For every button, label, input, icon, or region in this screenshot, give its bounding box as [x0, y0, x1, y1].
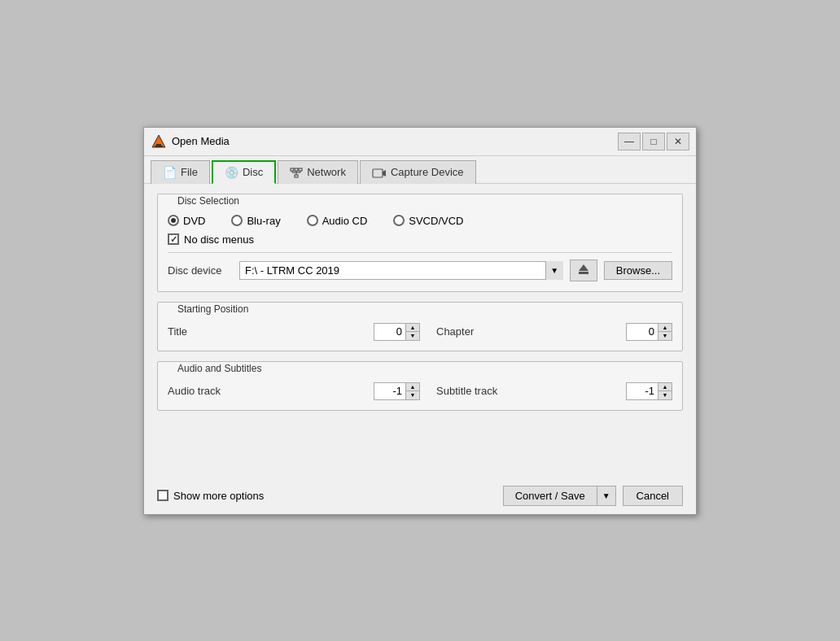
tab-file[interactable]: 📄 File — [151, 160, 210, 184]
subtitle-track-label: Subtitle track — [420, 385, 626, 397]
chapter-spinbox-arrows — [658, 324, 672, 340]
bluray-label: Blu-ray — [247, 215, 280, 227]
audio-track-spinbox[interactable] — [374, 382, 420, 400]
convert-save-wrapper: Convert / Save ▼ — [503, 486, 616, 506]
window-title: Open Media — [172, 135, 618, 147]
convert-save-button[interactable]: Convert / Save — [503, 486, 597, 506]
subtitle-track-spin-up[interactable] — [658, 383, 672, 391]
audio-track-spin-down[interactable] — [406, 391, 419, 399]
svcd-radio[interactable]: SVCD/VCD — [393, 215, 463, 227]
chapter-input[interactable] — [627, 324, 658, 340]
tab-network[interactable]: Network — [278, 160, 358, 184]
svg-rect-2 — [155, 146, 163, 147]
subtitle-track-arrows — [658, 383, 672, 399]
no-disc-menus-row[interactable]: ✓ No disc menus — [168, 233, 672, 246]
show-more-row[interactable]: Show more options — [157, 490, 264, 502]
tab-disc-label: Disc — [243, 166, 263, 178]
title-input[interactable] — [374, 324, 405, 340]
capture-tab-icon — [372, 165, 387, 178]
audiocd-radio-circle — [307, 215, 318, 226]
file-tab-icon: 📄 — [163, 166, 177, 179]
subtitle-track-input[interactable] — [627, 383, 658, 399]
tab-disc[interactable]: 💿 Disc — [212, 160, 276, 184]
audio-track-spin-up[interactable] — [406, 383, 419, 391]
audio-track-input[interactable] — [374, 383, 405, 399]
tab-network-label: Network — [307, 166, 346, 178]
tab-content: Disc Selection DVD Blu-ray Audio CD SV — [144, 184, 696, 479]
bluray-radio-circle — [231, 215, 243, 226]
vlc-icon — [151, 133, 167, 150]
dvd-radio[interactable]: DVD — [168, 215, 205, 227]
no-disc-menus-label: No disc menus — [184, 233, 254, 246]
tab-bar: 📄 File 💿 Disc Network — [144, 156, 696, 184]
chapter-label: Chapter — [420, 325, 626, 338]
dvd-radio-circle — [168, 215, 179, 226]
disc-selection-group: Disc Selection DVD Blu-ray Audio CD SV — [157, 194, 683, 292]
subtitle-track-section: Subtitle track — [420, 382, 672, 400]
browse-button[interactable]: Browse... — [604, 261, 672, 280]
svg-rect-12 — [373, 169, 383, 177]
disc-device-label: Disc device — [168, 264, 233, 277]
titlebar: Open Media — □ ✕ — [144, 128, 696, 156]
dvd-label: DVD — [183, 215, 205, 227]
open-media-dialog: Open Media — □ ✕ 📄 File 💿 Disc — [143, 127, 697, 515]
network-tab-icon — [290, 165, 303, 178]
title-spin-up[interactable] — [406, 324, 419, 332]
title-label: Title — [168, 325, 374, 338]
audio-track-section: Audio track — [168, 382, 420, 400]
audio-track-label: Audio track — [168, 385, 374, 397]
show-more-checkbox[interactable] — [157, 490, 168, 501]
svg-rect-15 — [579, 272, 588, 274]
checkmark-icon: ✓ — [170, 234, 177, 245]
maximize-button[interactable]: □ — [642, 133, 665, 150]
svg-rect-4 — [295, 168, 298, 171]
title-chapter-row: Title Chapter — [168, 323, 672, 341]
convert-save-dropdown-button[interactable]: ▼ — [597, 486, 616, 506]
disc-device-select-wrapper: F:\ - LTRM CC 2019 ▼ — [239, 261, 563, 280]
bottom-bar: Show more options Convert / Save ▼ Cance… — [144, 479, 696, 514]
svg-marker-14 — [579, 264, 588, 271]
svcd-label: SVCD/VCD — [409, 215, 463, 227]
title-spinbox[interactable] — [374, 323, 420, 341]
title-spin-down[interactable] — [406, 332, 419, 340]
eject-button[interactable] — [570, 259, 597, 281]
disc-type-row: DVD Blu-ray Audio CD SVCD/VCD — [168, 215, 672, 227]
tab-file-label: File — [181, 166, 198, 178]
svg-rect-5 — [299, 168, 302, 171]
svg-rect-3 — [291, 168, 294, 171]
separator — [168, 252, 672, 253]
disc-tab-icon: 💿 — [225, 166, 238, 179]
audiocd-radio[interactable]: Audio CD — [307, 215, 368, 227]
chapter-spin-up[interactable] — [658, 324, 672, 332]
title-spinbox-arrows — [405, 324, 419, 340]
chapter-spinbox[interactable] — [626, 323, 672, 341]
empty-space — [157, 421, 683, 469]
cancel-button[interactable]: Cancel — [623, 486, 683, 506]
subtitle-track-spin-down[interactable] — [658, 391, 672, 399]
audio-subtitles-group: Audio and Subtitles Audio track Subtitle… — [157, 361, 683, 411]
audio-subtitle-row: Audio track Subtitle track — [168, 382, 672, 400]
starting-position-group: Starting Position Title Chapter — [157, 302, 683, 351]
no-disc-menus-checkbox[interactable]: ✓ — [168, 233, 179, 245]
audio-subtitles-title: Audio and Subtitles — [174, 363, 265, 374]
title-spinbox-section: Title — [168, 323, 420, 341]
chapter-spin-down[interactable] — [658, 332, 672, 340]
starting-position-title: Starting Position — [174, 303, 252, 315]
svg-rect-6 — [295, 175, 298, 177]
tab-capture-label: Capture Device — [391, 166, 464, 178]
show-more-label: Show more options — [173, 490, 264, 502]
disc-device-select[interactable]: F:\ - LTRM CC 2019 — [239, 261, 563, 280]
close-button[interactable]: ✕ — [667, 133, 689, 150]
svg-marker-13 — [383, 170, 386, 177]
disc-device-row: Disc device F:\ - LTRM CC 2019 ▼ Browse.… — [168, 259, 672, 281]
window-controls: — □ ✕ — [618, 133, 689, 150]
audio-track-arrows — [405, 383, 419, 399]
minimize-button[interactable]: — — [618, 133, 641, 150]
tab-capture[interactable]: Capture Device — [360, 160, 476, 184]
subtitle-track-spinbox[interactable] — [626, 382, 672, 400]
chapter-spinbox-section: Chapter — [420, 323, 672, 341]
svcd-radio-circle — [393, 215, 405, 226]
audiocd-label: Audio CD — [322, 215, 368, 227]
disc-selection-title: Disc Selection — [174, 195, 243, 207]
bluray-radio[interactable]: Blu-ray — [231, 215, 280, 227]
